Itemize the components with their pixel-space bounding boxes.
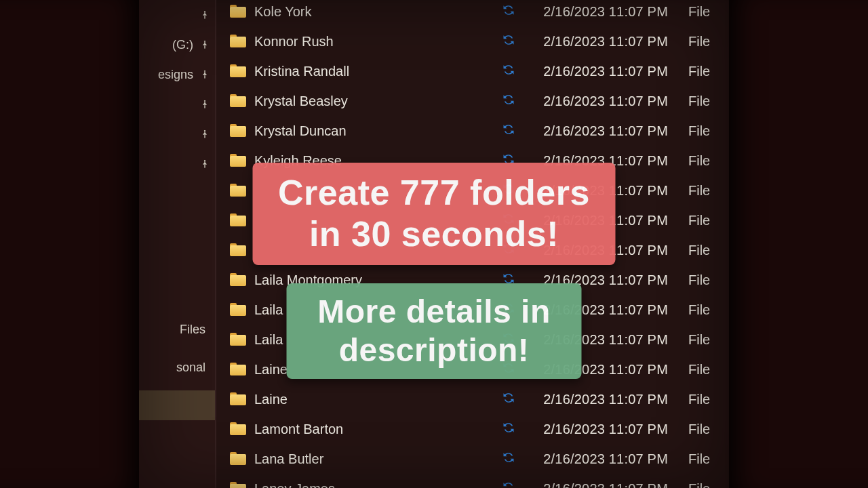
overlay-banner-red: Create 777 folders in 30 seconds!: [253, 163, 616, 265]
sidebar-item-label: esigns: [139, 68, 199, 82]
pin-icon: [199, 9, 211, 21]
sync-icon: [502, 63, 515, 80]
sync-icon: [502, 93, 515, 110]
sync-icon: [502, 481, 515, 489]
folder-name: Lana Butler: [254, 451, 485, 467]
date-modified: 2/16/2023 11:07 PM: [532, 123, 688, 139]
viewport: (G:)esignsFilessonal Kole York2/16/2023 …: [0, 0, 868, 488]
folder-icon: [230, 243, 248, 257]
date-modified: 2/16/2023 11:07 PM: [532, 481, 688, 489]
item-type: File: [688, 94, 729, 109]
folder-name: Kristina Randall: [254, 64, 485, 79]
letterbox-right: [729, 0, 868, 488]
sync-status: [485, 63, 532, 80]
item-type: File: [688, 422, 729, 437]
sidebar-item[interactable]: Files: [139, 314, 215, 344]
navigation-pane[interactable]: (G:)esignsFilessonal: [139, 0, 216, 488]
sidebar-item[interactable]: [139, 119, 215, 149]
folder-icon: [230, 94, 248, 108]
sidebar-item[interactable]: [139, 149, 215, 179]
sync-status: [485, 33, 532, 50]
item-type: File: [688, 362, 729, 378]
date-modified: 2/16/2023 11:07 PM: [532, 34, 688, 49]
folder-row[interactable]: Kristina Randall2/16/2023 11:07 PMFile: [230, 56, 729, 86]
sync-status: [485, 421, 532, 438]
sync-status: [485, 451, 532, 468]
item-type: File: [688, 451, 729, 467]
folder-name: Kole York: [254, 4, 485, 20]
pin-icon: [199, 98, 211, 110]
pin-icon: [199, 68, 211, 81]
sync-icon: [502, 3, 515, 20]
folder-name: Krystal Beasley: [254, 94, 485, 109]
folder-icon: [230, 64, 248, 78]
folder-name: Laney James: [254, 481, 485, 489]
item-type: File: [688, 153, 729, 169]
sidebar-item[interactable]: [139, 0, 215, 30]
folder-icon: [230, 184, 248, 197]
folder-icon: [230, 333, 248, 346]
folder-row[interactable]: Lamont Barton2/16/2023 11:07 PMFile: [230, 414, 729, 444]
folder-icon: [230, 5, 248, 18]
folder-icon: [230, 273, 248, 287]
sync-icon: [502, 33, 515, 50]
sidebar-item-label: sonal: [139, 361, 211, 375]
date-modified: 2/16/2023 11:07 PM: [532, 422, 688, 437]
sidebar-item[interactable]: [139, 390, 215, 420]
folder-row[interactable]: Lana Butler2/16/2023 11:07 PMFile: [230, 444, 729, 474]
folder-name: Lamont Barton: [254, 422, 485, 437]
sync-status: [485, 481, 532, 489]
date-modified: 2/16/2023 11:07 PM: [532, 94, 688, 109]
item-type: File: [688, 332, 729, 348]
sidebar-item[interactable]: [139, 89, 215, 119]
folder-name: Krystal Duncan: [254, 123, 485, 139]
item-type: File: [688, 243, 729, 258]
item-type: File: [688, 213, 729, 228]
folder-icon: [230, 363, 248, 376]
folder-row[interactable]: Konnor Rush2/16/2023 11:07 PMFile: [230, 26, 729, 56]
folder-icon: [230, 482, 248, 488]
pin-icon: [199, 128, 211, 140]
sync-status: [485, 391, 532, 408]
folder-icon: [230, 452, 248, 466]
item-type: File: [688, 64, 729, 79]
pin-icon: [199, 158, 211, 170]
date-modified: 2/16/2023 11:07 PM: [532, 4, 688, 20]
folder-row[interactable]: Krystal Beasley2/16/2023 11:07 PMFile: [230, 86, 729, 116]
overlay-banner-green-text: More details in description!: [317, 293, 551, 368]
folder-icon: [230, 35, 248, 48]
item-type: File: [688, 272, 729, 288]
folder-row[interactable]: Kole York2/16/2023 11:07 PMFile: [230, 0, 729, 26]
item-type: File: [688, 392, 729, 407]
sync-icon: [502, 421, 515, 438]
item-type: File: [688, 481, 729, 489]
folder-row[interactable]: Krystal Duncan2/16/2023 11:07 PMFile: [230, 116, 729, 146]
folder-icon: [230, 303, 248, 317]
letterbox-left: [0, 0, 139, 488]
sidebar-item-label: Files: [139, 323, 211, 337]
sidebar-item[interactable]: esigns: [139, 60, 215, 89]
sync-status: [485, 3, 532, 20]
folder-icon: [230, 422, 248, 436]
date-modified: 2/16/2023 11:07 PM: [532, 64, 688, 79]
date-modified: 2/16/2023 11:07 PM: [532, 392, 688, 407]
pin-icon: [199, 39, 211, 51]
folder-name: Konnor Rush: [254, 34, 485, 49]
folder-icon: [230, 214, 248, 227]
sync-icon: [502, 451, 515, 468]
overlay-banner-red-text: Create 777 folders in 30 seconds!: [278, 173, 590, 253]
sidebar-item[interactable]: (G:): [139, 30, 215, 60]
folder-icon: [230, 124, 248, 138]
folder-icon: [230, 392, 248, 406]
sidebar-item-label: (G:): [139, 38, 199, 52]
item-type: File: [688, 4, 729, 20]
item-type: File: [688, 34, 729, 49]
sync-icon: [502, 391, 515, 408]
sync-status: [485, 123, 532, 140]
overlay-banner-green: More details in description!: [287, 283, 582, 379]
folder-row[interactable]: Laney James2/16/2023 11:07 PMFile: [230, 474, 729, 488]
item-type: File: [688, 123, 729, 139]
folder-row[interactable]: Laine2/16/2023 11:07 PMFile: [230, 384, 729, 414]
item-type: File: [688, 183, 729, 199]
sidebar-item[interactable]: sonal: [139, 352, 215, 382]
